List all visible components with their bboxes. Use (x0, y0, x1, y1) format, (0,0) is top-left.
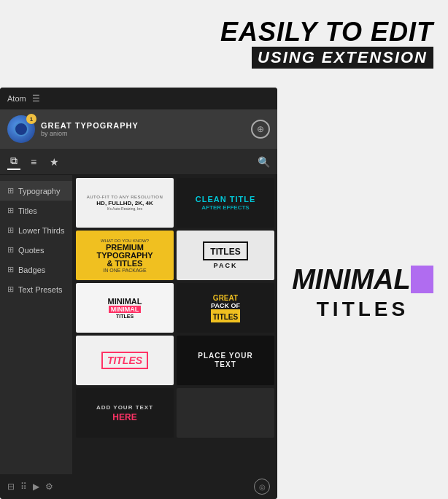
here-text: HERE (112, 412, 136, 422)
what-line3: IN ONE PACKAGE (103, 268, 146, 273)
what-line1: WHAT DO YOU KNOW? (101, 239, 149, 243)
minimal-titles-display: MINIMAL (107, 297, 142, 306)
grid-cell-what-do-you[interactable]: WHAT DO YOU KNOW? PREMIUM TYPOGRAPHY& TI… (76, 231, 174, 280)
sidebar-label-typography: Typography (18, 187, 60, 196)
titles-pink-box: TITLES (101, 352, 148, 369)
avatar-badge: 1 (26, 114, 36, 124)
sidebar-item-quotes[interactable]: ⊞ Quotes (0, 240, 72, 260)
place-your-text: PLACE YOURTEXT (198, 352, 252, 369)
add-your-text-top: ADD YOUR TEXT (96, 404, 153, 411)
toolbar: ⧉ ≡ ★ 🔍 (0, 149, 277, 175)
quotes-icon: ⊞ (7, 245, 14, 255)
banner-line2-wrap: USING EXTENSION (252, 47, 433, 69)
banner-text-block: EASILY TO EDIT USING EXTENSION (220, 19, 433, 69)
grid-row-5: ADD YOUR TEXT HERE (76, 388, 274, 438)
titles-icon: ⊞ (7, 206, 14, 215)
banner-line2: USING EXTENSION (258, 48, 428, 66)
badges-icon: ⊞ (7, 265, 14, 274)
grid-area: AUTO-FIT TO ANY RESOLUTION HD, FULLHD, 2… (73, 175, 277, 474)
what-line2: PREMIUM TYPOGRAPHY& TITLES (79, 244, 171, 268)
panel-header: Atom ☰ (0, 88, 277, 109)
banner-line1: EASILY TO EDIT (220, 19, 433, 45)
profile-bar: 1 GREAT TYPOGRAPHY by aniom ⊕ (0, 109, 277, 149)
sidebar-label-lower-thirds: Lower Thirds (18, 226, 64, 235)
grid-row-1: AUTO-FIT TO ANY RESOLUTION HD, FULLHD, 2… (76, 178, 274, 228)
minimal-display: MINIMAL (292, 266, 411, 293)
lower-thirds-icon: ⊞ (7, 225, 14, 235)
panel-title: Atom (7, 94, 26, 103)
bottom-toolbar: ⊟ ⠿ ▶ ⚙ ◎ (0, 474, 277, 499)
typography-icon: ⊞ (7, 186, 14, 196)
grid-cell-autofit[interactable]: AUTO-FIT TO ANY RESOLUTION HD, FULLHD, 2… (76, 178, 174, 228)
grid-cell-clean-title[interactable]: CLEAN TITLE AFTER EFFECTS (177, 178, 274, 228)
profile-name: GREAT TYPOGRAPHY (41, 121, 245, 130)
bottom-circle-button[interactable]: ◎ (254, 479, 270, 495)
titles-pink-text: TITLES (107, 355, 142, 366)
main-content: ⊞ Typography ⊞ Titles ⊞ Lower Thirds ⊞ Q… (0, 175, 277, 474)
grid-cell-titles-pack[interactable]: TITLES PACK (177, 231, 274, 280)
grid-cell-great-pack[interactable]: GREAT PACK OF TITLES (177, 283, 274, 333)
search-icon[interactable]: 🔍 (258, 156, 270, 168)
minimal-titles-label: MINIMAL (111, 306, 139, 313)
titles-pack-text: TITLES (210, 247, 240, 257)
star-icon[interactable]: ★ (47, 155, 62, 169)
bottom-grid-icon[interactable]: ⊟ (7, 481, 15, 492)
clean-title-sub: AFTER EFFECTS (201, 204, 249, 211)
titles-sub: TITLES (116, 314, 134, 319)
grid-row-4: TITLES PLACE YOURTEXT (76, 336, 274, 385)
autofit-line1: AUTO-FIT TO ANY RESOLUTION (87, 195, 163, 199)
titles-pack-box: TITLES (203, 241, 247, 260)
profile-info: GREAT TYPOGRAPHY by aniom (41, 121, 245, 137)
grid-cell-minimal-titles[interactable]: MINIMAL MINIMAL TITLES (76, 283, 174, 333)
grid-cell-empty (177, 388, 274, 438)
sidebar-label-titles: Titles (18, 206, 37, 215)
titles-highlight-box: TITLES (211, 309, 240, 322)
sidebar: ⊞ Typography ⊞ Titles ⊞ Lower Thirds ⊞ Q… (0, 175, 73, 474)
hamburger-icon[interactable]: ☰ (32, 93, 40, 104)
sidebar-label-quotes: Quotes (18, 246, 44, 255)
extension-panel: Atom ☰ 1 GREAT TYPOGRAPHY by aniom ⊕ ⧉ ≡… (0, 88, 277, 499)
pack-label: PACK (214, 262, 238, 269)
sidebar-label-text-presets: Text Presets (18, 285, 63, 294)
grid-row-3: MINIMAL MINIMAL TITLES GREAT PACK OF TIT… (76, 283, 274, 333)
minimal-display-row: MINIMAL (292, 266, 433, 293)
top-banner: EASILY TO EDIT USING EXTENSION (0, 0, 448, 88)
sidebar-label-badges: Badges (18, 266, 45, 274)
sidebar-item-text-presets[interactable]: ⊞ Text Presets (0, 279, 72, 299)
autofit-line3: It's Auto-Resizing, bro (107, 206, 142, 211)
sidebar-item-badges[interactable]: ⊞ Badges (0, 260, 72, 279)
text-presets-icon: ⊞ (7, 285, 14, 294)
grid-cell-add-your-text[interactable]: ADD YOUR TEXT HERE (76, 388, 174, 438)
minimal-titles-pink: MINIMAL (109, 306, 142, 313)
titles-highlight-text: TITLES (213, 313, 238, 321)
titles-display: TITLES (317, 298, 409, 321)
avatar-wrap: 1 (7, 115, 35, 143)
bottom-circle-icon: ◎ (259, 483, 266, 491)
bottom-play-icon[interactable]: ▶ (33, 481, 39, 492)
layers-icon[interactable]: ≡ (28, 155, 39, 169)
minimal-t: MINIMAL (107, 297, 142, 306)
clean-title-text: CLEAN TITLE (196, 195, 256, 204)
sidebar-item-typography[interactable]: ⊞ Typography (0, 181, 72, 201)
profile-sub: by aniom (41, 130, 245, 137)
grid-row-2: WHAT DO YOU KNOW? PREMIUM TYPOGRAPHY& TI… (76, 231, 274, 280)
sidebar-item-lower-thirds[interactable]: ⊞ Lower Thirds (0, 220, 72, 240)
grid-cell-place-your-text[interactable]: PLACE YOURTEXT (177, 336, 274, 385)
minimal-accent-final (411, 266, 433, 293)
sidebar-item-titles[interactable]: ⊞ Titles (0, 201, 72, 220)
bottom-settings-icon[interactable]: ⚙ (45, 481, 53, 492)
pack-of-text: PACK OF (211, 302, 240, 309)
great-text: GREAT (213, 294, 238, 302)
final-right-panel: MINIMAL TITLES (277, 88, 448, 499)
grid-cell-titles-pink[interactable]: TITLES (76, 336, 174, 385)
autofit-line2: HD, FULLHD, 2K, 4K (96, 200, 152, 206)
sliders-icon[interactable]: ⧉ (7, 153, 20, 170)
profile-settings-icon[interactable]: ⊕ (251, 120, 270, 139)
bottom-dots-icon[interactable]: ⠿ (20, 481, 27, 492)
